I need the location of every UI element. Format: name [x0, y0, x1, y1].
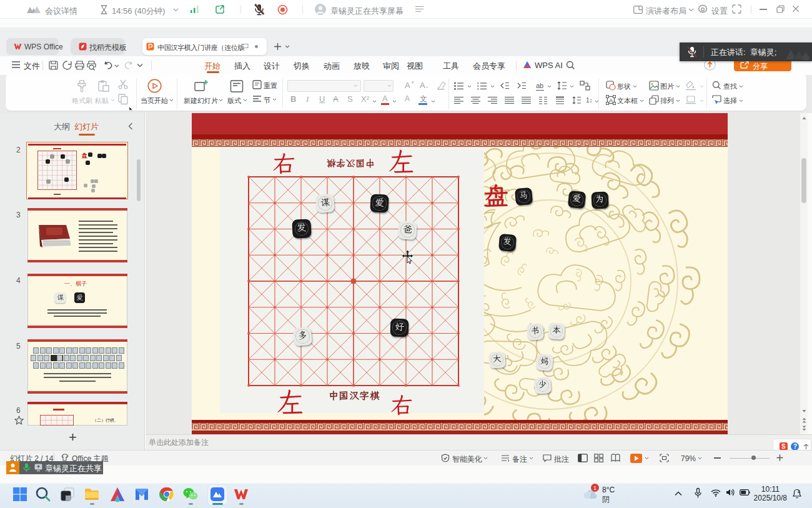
svg-text:z: z [798, 489, 800, 494]
svg-text:A: A [609, 97, 613, 104]
